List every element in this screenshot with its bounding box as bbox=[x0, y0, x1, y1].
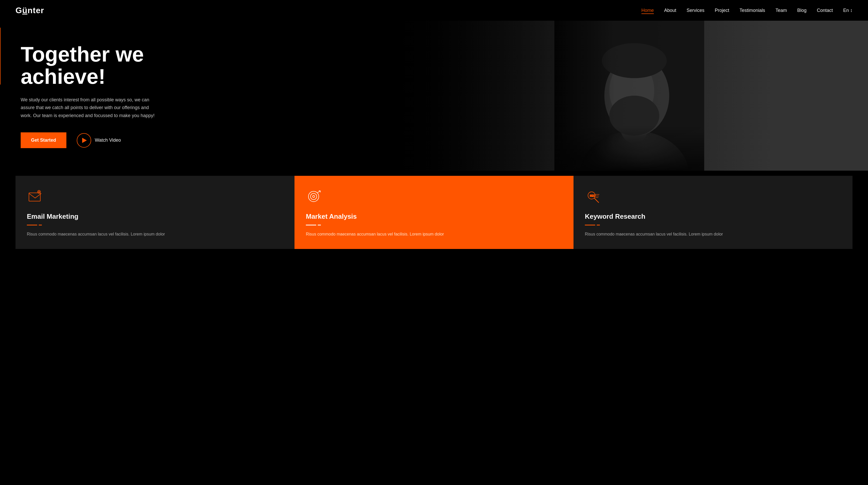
keyword-research-title: Keyword Research bbox=[585, 212, 841, 221]
nav-home[interactable]: Home bbox=[642, 8, 654, 14]
logo[interactable]: Günter bbox=[16, 6, 44, 15]
nav-team[interactable]: Team bbox=[776, 8, 787, 13]
keyword-research-icon: SEO bbox=[585, 189, 601, 205]
hero-content: Together we achieve! We study our client… bbox=[0, 28, 176, 164]
hero-actions: Get Started Watch Video bbox=[21, 132, 155, 148]
navbar: Günter Home About Services Project Testi… bbox=[0, 0, 868, 21]
hero-description: We study our clients interest from all p… bbox=[21, 96, 155, 120]
svg-rect-9 bbox=[29, 193, 40, 201]
svg-point-15 bbox=[313, 195, 315, 198]
email-marketing-underline bbox=[27, 225, 37, 225]
play-circle bbox=[77, 133, 91, 148]
service-card-email: Email Marketing Risus commodo maecenas a… bbox=[16, 176, 294, 249]
services-section: Email Marketing Risus commodo maecenas a… bbox=[0, 171, 868, 249]
keyword-research-underline bbox=[585, 225, 595, 225]
language-selector[interactable]: En ↕ bbox=[843, 8, 852, 13]
nav-project[interactable]: Project bbox=[715, 8, 729, 13]
nav-testimonials[interactable]: Testimonials bbox=[740, 8, 765, 13]
nav-contact[interactable]: Contact bbox=[817, 8, 833, 13]
market-analysis-title: Market Analysis bbox=[306, 212, 562, 221]
nav-blog[interactable]: Blog bbox=[797, 8, 807, 13]
market-analysis-icon bbox=[306, 189, 322, 205]
nav-links: Home About Services Project Testimonials… bbox=[642, 8, 852, 13]
svg-line-20 bbox=[594, 198, 599, 203]
svg-point-14 bbox=[311, 193, 317, 200]
keyword-research-description: Risus commodo maecenas accumsan lacus ve… bbox=[585, 231, 841, 237]
svg-line-16 bbox=[317, 191, 320, 193]
hero-image-overlay bbox=[391, 21, 582, 171]
hero-accent-bar bbox=[0, 28, 1, 85]
get-started-button[interactable]: Get Started bbox=[21, 132, 66, 148]
watch-video-button[interactable]: Watch Video bbox=[77, 133, 121, 148]
email-marketing-icon bbox=[27, 189, 43, 205]
service-card-market: Market Analysis Risus commodo maecenas a… bbox=[294, 176, 574, 249]
market-analysis-underline bbox=[306, 225, 316, 225]
services-grid: Email Marketing Risus commodo maecenas a… bbox=[16, 176, 852, 249]
hero-image bbox=[391, 21, 868, 171]
hero-section: Together we achieve! We study our client… bbox=[0, 21, 868, 171]
watch-video-label: Watch Video bbox=[95, 138, 121, 143]
hero-title: Together we achieve! bbox=[21, 43, 144, 88]
nav-services[interactable]: Services bbox=[687, 8, 705, 13]
nav-about[interactable]: About bbox=[664, 8, 676, 13]
service-card-keyword: SEO Keyword Research Risus commodo maece… bbox=[574, 176, 852, 249]
market-analysis-description: Risus commodo maecenas accumsan lacus ve… bbox=[306, 231, 562, 237]
email-marketing-title: Email Marketing bbox=[27, 212, 283, 221]
play-icon bbox=[82, 138, 87, 143]
email-marketing-description: Risus commodo maecenas accumsan lacus ve… bbox=[27, 231, 283, 237]
svg-text:SEO: SEO bbox=[590, 194, 595, 197]
